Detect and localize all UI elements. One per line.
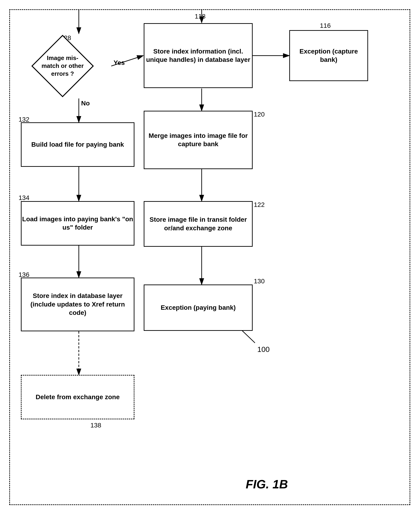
box-134: Load images into paying bank's "on us" f… — [21, 201, 135, 246]
diagram-container: 128 Image mis-match or other errors ? Ye… — [0, 0, 420, 528]
ref-138: 138 — [90, 422, 101, 429]
box-116: Exception (capture bank) — [289, 30, 368, 81]
ref-122: 122 — [254, 201, 265, 208]
box-130: Exception (paying bank) — [144, 285, 253, 331]
ref-134: 134 — [19, 194, 29, 202]
diamond-128: Image mis-match or other errors ? — [30, 34, 95, 98]
ref-130: 130 — [254, 277, 265, 285]
box-132: Build load file for paying bank — [21, 122, 135, 167]
box-122: Store image file in transit folder or/an… — [144, 201, 253, 247]
box-136: Store index in database layer (include u… — [21, 277, 135, 331]
box-120: Merge images into image file for capture… — [144, 111, 253, 169]
ref-120: 120 — [254, 111, 265, 118]
box-118: Store index information (incl. unique ha… — [144, 23, 253, 88]
fig-label: FIG. 1B — [246, 477, 288, 491]
no-label: No — [81, 100, 90, 107]
box-138: Delete from exchange zone — [21, 375, 135, 419]
yes-label: Yes — [113, 59, 125, 67]
ref-118: 118 — [195, 13, 206, 20]
ref-116: 116 — [320, 22, 331, 29]
ref-100: 100 — [257, 345, 270, 354]
diamond-128-text: Image mis-match or other errors ? — [39, 54, 86, 78]
